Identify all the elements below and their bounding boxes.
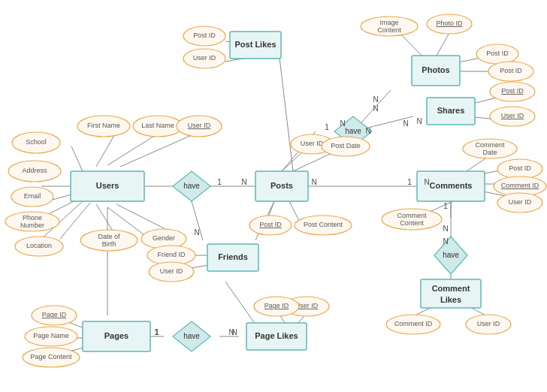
phone-text-1: Phone [23, 214, 42, 222]
post-likes-label: Post Likes [234, 40, 276, 49]
svg-text:N: N [194, 228, 199, 237]
svg-text:N: N [340, 119, 345, 128]
commentdate-text-2: Date [482, 149, 497, 156]
svg-line-4 [71, 146, 83, 171]
svg-text:N: N [403, 119, 408, 128]
svg-line-26 [398, 32, 425, 59]
svg-text:1: 1 [155, 328, 159, 336]
imagecontent-text-1: Image [379, 19, 398, 26]
postid-photos-text: Post ID [486, 50, 509, 57]
svg-text:N: N [424, 178, 429, 186]
have-posts-photos-text: have [345, 127, 361, 135]
postcontent-text: Post Content [304, 221, 343, 228]
shares-label: Shares [437, 106, 465, 115]
have-pages-text: have [183, 332, 200, 340]
phone-text-2: Number [20, 222, 44, 229]
svg-text:1: 1 [325, 123, 329, 131]
friends-label: Friends [218, 252, 248, 261]
svg-text:1: 1 [407, 178, 412, 186]
address-text: Address [22, 167, 47, 174]
svg-line-15 [116, 204, 173, 233]
svg-text:N: N [416, 117, 422, 125]
pageid-text: Page ID [42, 311, 67, 318]
commentcontent-text-2: Content [400, 219, 424, 227]
firstname-text: First Name [87, 122, 120, 129]
comment-likes-label-1: Comment [432, 284, 470, 293]
page-likes-label: Page Likes [255, 331, 298, 340]
svg-text:N: N [443, 225, 448, 233]
userid-commentlikes-text: User ID [477, 320, 500, 327]
userid-friends-text: User ID [160, 267, 183, 275]
commentid-text: Comment ID [501, 182, 539, 189]
dob-text-2: Birth [102, 240, 116, 248]
svg-line-66 [225, 282, 255, 324]
posts-label: Posts [270, 181, 293, 190]
svg-text:N: N [373, 95, 378, 104]
dob-text-1: Date of [98, 233, 120, 240]
comment-likes-label-2: Likes [440, 295, 461, 304]
photoid-text: Photo ID [436, 20, 463, 27]
pageid-pagelikes-text: Page ID [264, 302, 289, 309]
lastname-text: Last Name [141, 122, 174, 129]
svg-line-34 [278, 45, 293, 171]
users-label: Users [96, 181, 119, 190]
location-text: Location [26, 242, 52, 249]
commentdate-text-1: Comment [475, 141, 505, 149]
postdate-text: Post Date [331, 142, 361, 149]
er-diagram: N 1 1 N N N N N 1 [0, 0, 547, 392]
pagename-text: Page Name [33, 332, 69, 339]
gender-text: Gender [153, 234, 175, 242]
pages-label: Pages [104, 331, 128, 340]
svg-text:N: N [231, 328, 237, 336]
userid-comments-text: User ID [509, 198, 532, 206]
imagecontent-text-2: Content [377, 26, 401, 34]
svg-text:1: 1 [443, 202, 448, 210]
postid-posts-text: Post ID [259, 221, 282, 228]
userid-postlikes-text: User ID [193, 54, 216, 62]
postid2-photos-text: Post ID [500, 67, 522, 74]
svg-text:1: 1 [217, 178, 222, 186]
pagecontent-text: Page Content [30, 353, 72, 360]
commentcontent-text-1: Comment [397, 212, 427, 219]
postid-comments-text: Post ID [509, 164, 531, 172]
userid-posts-text: User ID [301, 140, 324, 147]
postid-shares-text: Post ID [501, 87, 524, 95]
email-text: Email [24, 192, 41, 200]
svg-text:N: N [311, 178, 316, 186]
svg-text:N: N [443, 237, 448, 246]
svg-text:N: N [373, 104, 378, 113]
comments-label: Comments [430, 181, 473, 190]
svg-text:N: N [241, 178, 246, 186]
school-text: School [26, 138, 47, 146]
have-comments-text: have [443, 251, 459, 259]
commentid-likes-text: Comment ID [394, 320, 433, 327]
friendid-text: Friend ID [157, 251, 186, 258]
userid-shares-text: User ID [501, 112, 524, 119]
have-users-posts-text: have [183, 182, 200, 190]
photos-label: Photos [422, 65, 449, 74]
userid-users-text: User ID [188, 122, 211, 129]
postid-postlikes-text: Post ID [193, 32, 216, 39]
svg-text:N: N [365, 127, 370, 135]
